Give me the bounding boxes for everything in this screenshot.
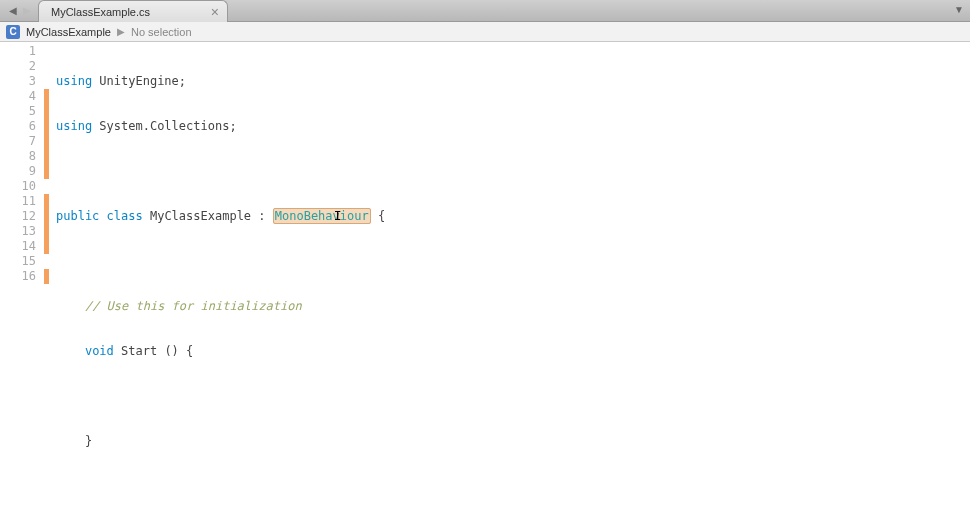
csharp-file-icon: C: [6, 25, 20, 39]
line-number: 15: [0, 254, 36, 269]
code-area[interactable]: using UnityEngine; using System.Collecti…: [50, 42, 970, 525]
line-number: 4: [0, 89, 36, 104]
code-line: // Use this for initialization: [56, 299, 970, 314]
line-number: 8: [0, 149, 36, 164]
change-marker: [44, 134, 49, 149]
change-marker: [44, 104, 49, 119]
line-number: 16: [0, 269, 36, 284]
change-marker: [44, 269, 49, 284]
line-number-gutter: 1 2 3 4 5 6 7 8 9 10 11 12 13 14 15 16: [0, 42, 44, 525]
breadcrumb: C MyClassExample ▶ No selection: [0, 22, 970, 42]
nav-forward-icon[interactable]: ▶: [20, 4, 34, 18]
chevron-right-icon: ▶: [117, 26, 125, 37]
code-line: public class MyClassExample : MonoBehavi…: [56, 209, 970, 224]
file-tab[interactable]: MyClassExample.cs ×: [38, 0, 228, 22]
line-number: 1: [0, 44, 36, 59]
change-marker: [44, 89, 49, 104]
change-marker: [44, 194, 49, 209]
line-number: 11: [0, 194, 36, 209]
change-marker: [44, 224, 49, 239]
line-number: 12: [0, 209, 36, 224]
line-number: 14: [0, 239, 36, 254]
code-line: [56, 479, 970, 494]
code-line: }: [56, 434, 970, 449]
change-marker: [44, 164, 49, 179]
line-number: 6: [0, 119, 36, 134]
line-number: 7: [0, 134, 36, 149]
tab-dropdown-icon[interactable]: ▼: [954, 4, 964, 15]
line-number: 3: [0, 74, 36, 89]
code-line: void Start () {: [56, 344, 970, 359]
line-number: 9: [0, 164, 36, 179]
code-line: using UnityEngine;: [56, 74, 970, 89]
code-line: [56, 254, 970, 269]
nav-back-icon[interactable]: ◀: [6, 4, 20, 18]
change-marker: [44, 209, 49, 224]
code-editor[interactable]: 1 2 3 4 5 6 7 8 9 10 11 12 13 14 15 16 u…: [0, 42, 970, 525]
tab-title: MyClassExample.cs: [51, 6, 150, 18]
line-number: 13: [0, 224, 36, 239]
line-number: 5: [0, 104, 36, 119]
line-number: 10: [0, 179, 36, 194]
nav-arrows: ◀ ▶: [0, 0, 38, 21]
line-number: 2: [0, 59, 36, 74]
tab-bar: ◀ ▶ MyClassExample.cs × ▼: [0, 0, 970, 22]
change-marker: [44, 119, 49, 134]
code-line: [56, 389, 970, 404]
close-icon[interactable]: ×: [211, 5, 219, 19]
code-line: using System.Collections;: [56, 119, 970, 134]
text-cursor-icon: I: [334, 208, 342, 223]
breadcrumb-item[interactable]: MyClassExample: [26, 26, 111, 38]
change-marker: [44, 239, 49, 254]
change-marker: [44, 149, 49, 164]
highlighted-token: MonoBehaviourI: [273, 208, 371, 224]
breadcrumb-selection[interactable]: No selection: [131, 26, 192, 38]
code-line: [56, 164, 970, 179]
